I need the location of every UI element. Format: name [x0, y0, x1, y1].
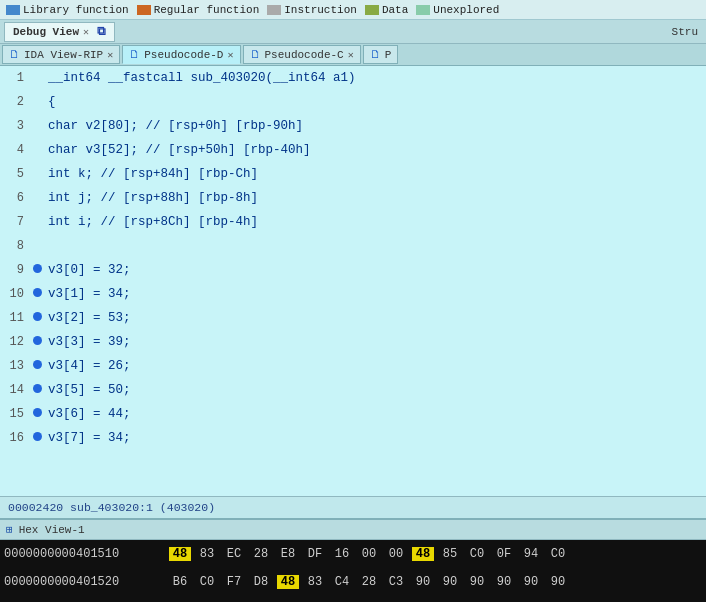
code-text: int j; // [rsp+88h] [rbp-8h] [44, 191, 258, 205]
code-line: 13 v3[4] = 26; [0, 354, 706, 378]
legend-color-data [365, 5, 379, 15]
legend-color-instruction [267, 5, 281, 15]
code-text: int k; // [rsp+84h] [rbp-Ch] [44, 167, 258, 181]
hex-byte: 48 [277, 575, 299, 589]
tab-p[interactable]: 🗋 P [363, 45, 399, 64]
hex-byte: DF [304, 547, 326, 561]
hex-byte: 90 [493, 575, 515, 589]
hex-byte: 48 [412, 547, 434, 561]
tab-close-pseudocode-d[interactable]: ✕ [227, 49, 233, 61]
line-number: 15 [0, 407, 30, 421]
breakpoint-dot[interactable] [30, 383, 44, 397]
line-number: 9 [0, 263, 30, 277]
code-line: 15 v3[6] = 44; [0, 402, 706, 426]
tab-ida-view-rip[interactable]: 🗋 IDA View-RIP ✕ [2, 45, 120, 64]
hex-byte: 90 [466, 575, 488, 589]
breakpoint-dot[interactable] [30, 431, 44, 445]
legend-library-function: Library function [6, 4, 129, 16]
hex-byte: 90 [412, 575, 434, 589]
code-line: 9 v3[0] = 32; [0, 258, 706, 282]
line-number: 11 [0, 311, 30, 325]
hex-byte: 83 [304, 575, 326, 589]
tab-icon-pseudocode-d: 🗋 [129, 48, 140, 61]
line-number: 12 [0, 335, 30, 349]
code-line: 3 char v2[80]; // [rsp+0h] [rbp-90h] [0, 114, 706, 138]
breakpoint-dot[interactable] [30, 311, 44, 325]
debug-view-restore-icon[interactable]: ⧉ [97, 25, 106, 39]
hex-byte: F7 [223, 575, 245, 589]
hex-address: 0000000000401520 [4, 575, 169, 589]
code-text: char v2[80]; // [rsp+0h] [rbp-90h] [44, 119, 303, 133]
line-number: 10 [0, 287, 30, 301]
hex-address: 0000000000401510 [4, 547, 169, 561]
hex-byte: C0 [196, 575, 218, 589]
code-line: 10 v3[1] = 34; [0, 282, 706, 306]
code-line: 12 v3[3] = 39; [0, 330, 706, 354]
tab-icon-ida: 🗋 [9, 48, 20, 61]
line-number: 13 [0, 359, 30, 373]
tab-pseudocode-c[interactable]: 🗋 Pseudocode-C ✕ [243, 45, 361, 64]
hex-byte: 90 [547, 575, 569, 589]
hex-byte: C0 [466, 547, 488, 561]
code-text: v3[0] = 32; [44, 263, 131, 277]
code-text: v3[2] = 53; [44, 311, 131, 325]
stru-label: Stru [672, 26, 698, 38]
code-text: { [44, 95, 56, 109]
breakpoint-dot[interactable] [30, 407, 44, 421]
legend-color-unexplored [416, 5, 430, 15]
legend-color-regular [137, 5, 151, 15]
line-number: 1 [0, 71, 30, 85]
code-text: v3[1] = 34; [44, 287, 131, 301]
code-text: v3[7] = 34; [44, 431, 131, 445]
legend-color-library [6, 5, 20, 15]
breakpoint-dot[interactable] [30, 335, 44, 349]
code-line: 7 int i; // [rsp+8Ch] [rbp-4h] [0, 210, 706, 234]
tab-pseudocode-d[interactable]: 🗋 Pseudocode-D ✕ [122, 45, 240, 64]
code-line: 8 [0, 234, 706, 258]
hex-byte: 48 [169, 547, 191, 561]
breakpoint-dot[interactable] [30, 359, 44, 373]
hex-byte: 00 [358, 547, 380, 561]
window-bar: Debug View ✕ ⧉ Stru [0, 20, 706, 44]
legend-instruction: Instruction [267, 4, 357, 16]
code-line: 4 char v3[52]; // [rsp+50h] [rbp-40h] [0, 138, 706, 162]
hex-row: 00000000004015104883EC28E8DF1600004885C0… [0, 540, 706, 568]
line-number: 14 [0, 383, 30, 397]
debug-view-close-icon[interactable]: ✕ [83, 26, 89, 38]
hex-view-header: ⊞ Hex View-1 [0, 518, 706, 540]
hex-view-icon: ⊞ [6, 523, 13, 536]
hex-byte: 83 [196, 547, 218, 561]
hex-byte: EC [223, 547, 245, 561]
hex-byte: 28 [358, 575, 380, 589]
code-line: 5 int k; // [rsp+84h] [rbp-Ch] [0, 162, 706, 186]
tab-close-pseudocode-c[interactable]: ✕ [348, 49, 354, 61]
status-bar: 00002420 sub_403020:1 (403020) [0, 496, 706, 518]
breakpoint-dot[interactable] [30, 287, 44, 301]
hex-byte: C0 [547, 547, 569, 561]
hex-byte: C4 [331, 575, 353, 589]
hex-byte: 85 [439, 547, 461, 561]
debug-view-tab[interactable]: Debug View ✕ ⧉ [4, 22, 115, 42]
code-text: __int64 __fastcall sub_403020(__int64 a1… [44, 71, 356, 85]
line-number: 5 [0, 167, 30, 181]
tab-close-ida[interactable]: ✕ [107, 49, 113, 61]
hex-byte: E8 [277, 547, 299, 561]
line-number: 16 [0, 431, 30, 445]
code-line: 14 v3[5] = 50; [0, 378, 706, 402]
line-number: 3 [0, 119, 30, 133]
hex-row: 0000000000401530488D0D09000000E9D4FFFFFF… [0, 596, 706, 602]
code-text: v3[5] = 50; [44, 383, 131, 397]
hex-byte: D8 [250, 575, 272, 589]
code-line: 1__int64 __fastcall sub_403020(__int64 a… [0, 66, 706, 90]
breakpoint-dot[interactable] [30, 263, 44, 277]
line-number: 4 [0, 143, 30, 157]
code-line: 11 v3[2] = 53; [0, 306, 706, 330]
code-text: int i; // [rsp+8Ch] [rbp-4h] [44, 215, 258, 229]
hex-byte: 28 [250, 547, 272, 561]
hex-bytes: B6C0F7D84883C428C3909090909090 [169, 575, 702, 589]
code-line: 16 v3[7] = 34; [0, 426, 706, 450]
line-number: 2 [0, 95, 30, 109]
legend-data: Data [365, 4, 408, 16]
hex-byte: B6 [169, 575, 191, 589]
code-text: v3[4] = 26; [44, 359, 131, 373]
